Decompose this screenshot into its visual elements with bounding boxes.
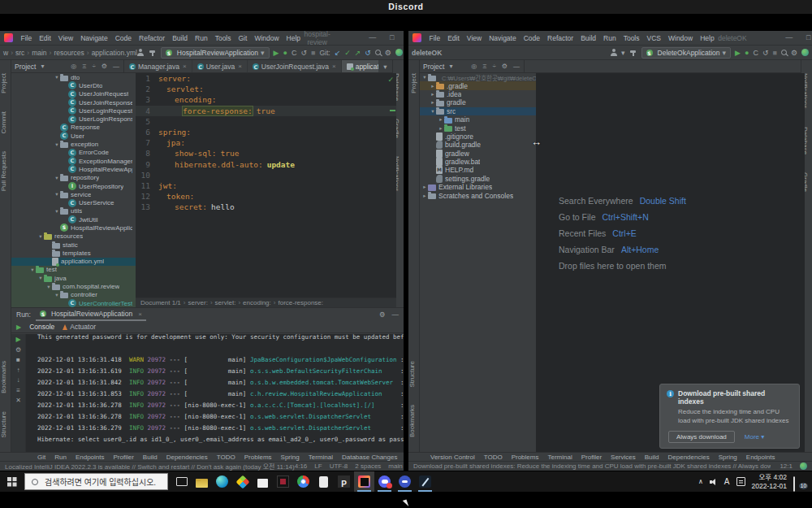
rollback-button[interactable]: ↺ [365, 49, 371, 57]
tree-chevron-icon[interactable]: ▸ [438, 116, 444, 123]
tree-chevron-icon[interactable]: ▸ [430, 91, 436, 98]
menu-item[interactable]: Help [283, 34, 304, 42]
tool-window-bar-item[interactable]: Problems [244, 454, 272, 461]
actuator-tab[interactable]: Actuator [63, 323, 96, 331]
tree-item[interactable]: ▾ test [11, 266, 136, 274]
ime-language-indicator[interactable]: A [724, 477, 730, 486]
tree-item[interactable]: ▾ deleteOK C:₩Users₩간호한곳₩git₩deleteOK [420, 73, 536, 81]
taskbar-app[interactable] [232, 471, 253, 492]
pane-toolbar-icon[interactable]: ÷ [492, 63, 495, 70]
stop-button[interactable]: ■ [772, 49, 776, 57]
tree-item[interactable]: ▸ External Libraries [420, 183, 536, 191]
breadcrumb-item[interactable]: force-response:› [278, 299, 323, 306]
breadcrumb-item[interactable]: main› [32, 49, 54, 57]
tool-window-bar-item[interactable]: Version Control [430, 454, 475, 461]
tree-item[interactable]: ▾ repository [11, 174, 136, 182]
taskbar-app[interactable] [395, 471, 415, 492]
tree-item[interactable]: ▾ dto [11, 73, 136, 81]
menu-item[interactable]: Refactor [544, 34, 577, 42]
tree-chevron-icon[interactable]: ▾ [37, 275, 44, 281]
status-widget[interactable]: main [388, 462, 402, 470]
tree-item[interactable]: static [11, 241, 136, 249]
tree-item[interactable]: ▾ controller [11, 291, 136, 299]
tree-item[interactable]: ▸ .idea [420, 90, 536, 98]
tool-window-bar-item[interactable]: TODO [484, 454, 503, 461]
plugin-icon[interactable] [395, 49, 403, 56]
menu-item[interactable]: Build [577, 34, 600, 42]
tree-item[interactable]: JwtUtil [11, 215, 136, 224]
volume-icon[interactable] [710, 478, 718, 486]
tree-chevron-icon[interactable]: ▸ [421, 193, 428, 199]
close-tab-icon[interactable]: × [138, 310, 142, 318]
status-widget[interactable]: 2 spaces [355, 462, 381, 470]
tree-item[interactable]: ▾ src [420, 107, 536, 115]
tree-chevron-icon[interactable]: ▾ [54, 292, 60, 298]
tool-window-bar-item[interactable]: Endpoints [746, 454, 775, 461]
tool-window-bar-item[interactable]: Endpoints [76, 454, 105, 461]
code-editor[interactable]: 1 server: 2 servlet: 3 encoding: 4 force… [136, 73, 396, 297]
tool-window-bar-item[interactable]: Spring [281, 454, 300, 461]
run-button[interactable]: ▶ [735, 49, 741, 57]
coverage-button[interactable]: C [292, 49, 297, 57]
tree-chevron-icon[interactable]: ▾ [430, 108, 436, 115]
menu-item[interactable]: Refactor [136, 34, 169, 42]
coverage-button[interactable]: C [753, 49, 758, 57]
tool-window-bar-item[interactable]: Git [37, 454, 45, 461]
menu-item[interactable]: Help [697, 34, 718, 42]
menu-item[interactable]: Code [111, 34, 135, 42]
tool-window-button[interactable]: Commit [0, 111, 7, 134]
taskbar-app[interactable] [313, 471, 334, 492]
tree-item[interactable]: UserDto [11, 81, 136, 89]
console-tool-icon[interactable]: ↓ [17, 377, 20, 384]
pane-toolbar-icon[interactable]: Ξ [82, 63, 86, 70]
taskbar-app[interactable] [212, 471, 232, 492]
build-hammer-icon[interactable] [629, 49, 637, 57]
tree-item[interactable]: ▾ com.hospital.review [11, 282, 136, 290]
tree-item[interactable]: UserControllerTest [11, 299, 136, 307]
tree-item[interactable]: ▸ main [420, 115, 536, 124]
settings-gear-icon[interactable]: ⚙ [385, 49, 391, 57]
breadcrumb-item[interactable]: server:› [188, 299, 214, 306]
menu-item[interactable]: View [463, 34, 485, 42]
tree-item[interactable]: ▸ gradle [420, 98, 536, 106]
close-tab-icon[interactable]: × [183, 63, 187, 70]
hide-panel-icon[interactable]: — [392, 310, 400, 319]
menu-item[interactable]: Tools [211, 34, 235, 42]
plugin-icon[interactable] [801, 49, 809, 56]
menu-item[interactable]: Window [664, 34, 696, 42]
search-icon[interactable] [375, 50, 381, 55]
debug-button[interactable]: ● [745, 49, 749, 57]
tree-item[interactable]: templates [11, 249, 136, 257]
status-message[interactable]: Download pre-built shared indexes: Reduc… [413, 462, 771, 470]
breadcrumb-item[interactable]: application.yml› [92, 49, 137, 57]
profiler-button[interactable]: ↺ [762, 49, 769, 57]
status-widget[interactable]: LF [314, 462, 322, 470]
rerun-icon[interactable]: ▶ [16, 323, 21, 331]
taskbar-app[interactable] [192, 471, 212, 492]
tool-window-button[interactable]: Structure [408, 361, 416, 387]
pane-toolbar-icon[interactable]: ◎ [471, 63, 477, 70]
tool-window-button[interactable]: Project [0, 73, 7, 93]
breadcrumb-item[interactable]: encoding:› [243, 299, 278, 306]
menu-item[interactable]: View [54, 34, 76, 42]
tree-chevron-icon[interactable]: ▾ [45, 284, 52, 290]
editor-tab[interactable]: User.java × [192, 60, 248, 72]
run-configuration-select[interactable]: DeleteOkApplication ▾ [641, 47, 732, 59]
tool-window-bar-item[interactable]: Spring [719, 454, 737, 461]
tool-window-bar-item[interactable]: Profiler [114, 454, 134, 461]
tray-overflow-chevron-icon[interactable]: ∧ [698, 478, 703, 485]
taskbar-clock[interactable]: 오후 4:02 2022-12-01 [752, 473, 787, 490]
taskbar-app[interactable] [374, 471, 395, 492]
tree-item[interactable]: Response [11, 124, 136, 132]
tree-item[interactable]: UserJoinResponse [11, 98, 136, 106]
tool-window-button[interactable]: Structure [0, 411, 7, 437]
tool-window-bar-item[interactable]: Problems [512, 454, 539, 461]
tool-window-bar-item[interactable]: Terminal [309, 454, 333, 461]
close-tab-icon[interactable]: × [238, 63, 242, 70]
git-update-button[interactable]: ↙ [335, 49, 341, 57]
breadcrumb-item[interactable]: servlet:› [215, 299, 243, 306]
tool-window-bar-item[interactable]: Build [645, 454, 659, 461]
project-pane-title[interactable]: Project [15, 63, 36, 71]
settings-gear-icon[interactable]: ⚙ [791, 49, 797, 57]
menu-item[interactable]: Window [251, 34, 283, 42]
